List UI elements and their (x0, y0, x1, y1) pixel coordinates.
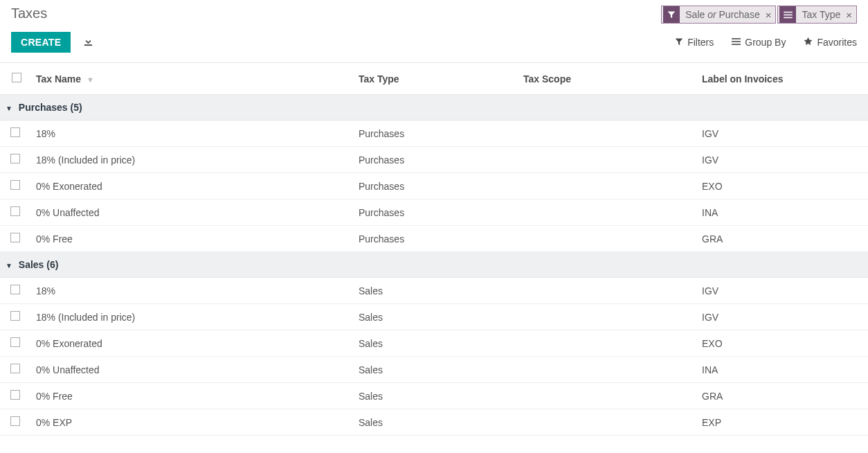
cell-label: EXP (696, 409, 868, 436)
favorites-label: Favorites (817, 37, 857, 48)
cell-tax-scope (518, 409, 696, 436)
cell-tax-scope (518, 121, 696, 147)
cell-tax-type: Sales (353, 409, 518, 436)
close-icon[interactable]: × (843, 9, 855, 21)
table-row[interactable]: 0% FreePurchasesGRA (0, 226, 868, 252)
cell-tax-name: 18% (30, 278, 353, 304)
row-checkbox[interactable] (10, 364, 20, 373)
row-checkbox[interactable] (10, 337, 20, 347)
table-row[interactable]: 0% ExoneratedPurchasesEXO (0, 173, 868, 199)
filters-button[interactable]: Filters (675, 37, 714, 48)
svg-rect-6 (732, 44, 741, 45)
cell-tax-name: 0% Unaffected (30, 199, 353, 226)
cell-tax-scope (518, 304, 696, 330)
search-facet: Tax Type× (777, 6, 857, 24)
table-row[interactable]: 0% UnaffectedSalesINA (0, 357, 868, 383)
cell-tax-name: 0% Free (30, 383, 353, 409)
svg-rect-3 (84, 44, 92, 46)
create-button[interactable]: CREATE (11, 32, 71, 53)
cell-label: INA (696, 199, 868, 226)
table-row[interactable]: 0% EXPSalesEXP (0, 409, 868, 436)
group-header[interactable]: ▼ Purchases (5) (0, 95, 868, 121)
cell-tax-type: Sales (353, 383, 518, 409)
cell-tax-type: Purchases (353, 173, 518, 199)
cell-label: IGV (696, 278, 868, 304)
cell-tax-name: 0% Exonerated (30, 330, 353, 357)
cell-tax-type: Purchases (353, 226, 518, 252)
row-checkbox[interactable] (10, 180, 20, 190)
select-all-checkbox[interactable] (12, 73, 21, 82)
cell-label: EXO (696, 330, 868, 357)
cell-tax-name: 0% Exonerated (30, 173, 353, 199)
cell-tax-name: 18% (Included in price) (30, 304, 353, 330)
table-row[interactable]: 0% UnaffectedPurchasesINA (0, 199, 868, 226)
column-tax-type[interactable]: Tax Type (353, 63, 518, 95)
cell-tax-scope (518, 278, 696, 304)
list-icon (779, 6, 796, 23)
cell-label: GRA (696, 226, 868, 252)
row-checkbox[interactable] (10, 285, 20, 294)
favorites-button[interactable]: Favorites (804, 37, 857, 48)
cell-tax-name: 0% Unaffected (30, 357, 353, 383)
cell-tax-scope (518, 330, 696, 357)
row-checkbox[interactable] (10, 311, 20, 321)
cell-tax-name: 0% Free (30, 226, 353, 252)
cell-tax-type: Purchases (353, 147, 518, 173)
cell-label: IGV (696, 147, 868, 173)
funnel-icon (663, 6, 680, 23)
row-checkbox[interactable] (10, 127, 20, 137)
table-row[interactable]: 0% ExoneratedSalesEXO (0, 330, 868, 357)
groupby-button[interactable]: Group By (732, 37, 786, 48)
cell-label: IGV (696, 121, 868, 147)
row-checkbox[interactable] (10, 154, 20, 163)
column-tax-name-label: Tax Name (36, 73, 81, 85)
group-header[interactable]: ▼ Sales (6) (0, 252, 868, 278)
svg-rect-5 (732, 41, 741, 42)
cell-tax-type: Purchases (353, 199, 518, 226)
table-row[interactable]: 18%PurchasesIGV (0, 121, 868, 147)
cell-tax-scope (518, 383, 696, 409)
close-icon[interactable]: × (763, 9, 775, 21)
cell-label: INA (696, 357, 868, 383)
cell-label: IGV (696, 304, 868, 330)
groupby-label: Group By (745, 37, 786, 48)
funnel-icon (675, 37, 683, 48)
table-row[interactable]: 18%SalesIGV (0, 278, 868, 304)
cell-tax-scope (518, 173, 696, 199)
table-row[interactable]: 18% (Included in price)SalesIGV (0, 304, 868, 330)
column-tax-scope[interactable]: Tax Scope (518, 63, 696, 95)
cell-tax-name: 18% (30, 121, 353, 147)
cell-tax-scope (518, 357, 696, 383)
taxes-table: Tax Name ▼ Tax Type Tax Scope Label on I… (0, 63, 868, 436)
search-facets: Sale or Purchase×Tax Type× (661, 6, 857, 24)
row-checkbox[interactable] (10, 206, 20, 216)
facet-label: Sale or Purchase (682, 9, 762, 20)
row-checkbox[interactable] (10, 390, 20, 400)
svg-rect-2 (784, 17, 793, 18)
cell-tax-type: Sales (353, 357, 518, 383)
cell-tax-scope (518, 226, 696, 252)
cell-tax-name: 18% (Included in price) (30, 147, 353, 173)
cell-tax-scope (518, 199, 696, 226)
facet-label: Tax Type (799, 9, 843, 20)
table-row[interactable]: 0% FreeSalesGRA (0, 383, 868, 409)
cell-label: GRA (696, 383, 868, 409)
svg-rect-4 (732, 38, 741, 39)
caret-down-icon: ▼ (6, 105, 12, 112)
svg-rect-0 (784, 11, 793, 12)
cell-tax-type: Sales (353, 330, 518, 357)
column-label-on-invoices[interactable]: Label on Invoices (696, 63, 868, 95)
svg-rect-1 (784, 14, 793, 15)
page-title: Taxes (11, 6, 47, 21)
search-facet: Sale or Purchase× (661, 6, 776, 24)
cell-tax-type: Purchases (353, 121, 518, 147)
cell-label: EXO (696, 173, 868, 199)
cell-tax-type: Sales (353, 278, 518, 304)
cell-tax-scope (518, 147, 696, 173)
download-icon[interactable] (83, 36, 93, 48)
table-row[interactable]: 18% (Included in price)PurchasesIGV (0, 147, 868, 173)
row-checkbox[interactable] (10, 233, 20, 242)
row-checkbox[interactable] (10, 416, 20, 426)
column-tax-name[interactable]: Tax Name ▼ (30, 63, 353, 95)
list-icon (732, 37, 741, 48)
